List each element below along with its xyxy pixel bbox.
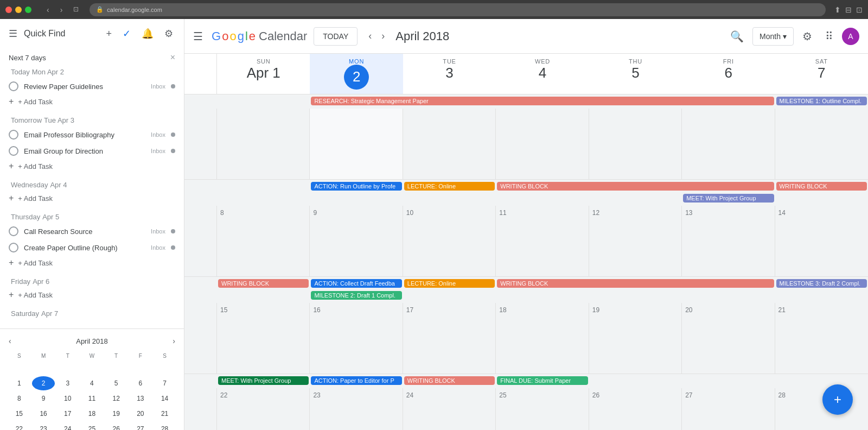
add-task-icon-btn[interactable]: + [104, 26, 114, 42]
done-icon-btn[interactable]: ✓ [120, 26, 133, 42]
event-lecture-online[interactable]: LECTURE: Online [404, 182, 495, 191]
mini-day-cell[interactable]: 24 [56, 422, 79, 430]
week1-thu-cell[interactable] [589, 109, 682, 179]
minimize-window-btn[interactable] [15, 7, 22, 13]
week2-fri-cell[interactable]: 13 [682, 206, 775, 276]
mini-day-cell[interactable]: 6 [129, 376, 152, 390]
mini-cal-next-btn[interactable]: › [170, 336, 177, 346]
mini-day-cell[interactable]: 14 [153, 391, 176, 406]
week3-thu-cell[interactable]: 19 [589, 303, 682, 374]
task-email-group[interactable]: Email Group for Direction Inbox [9, 143, 175, 159]
mini-day-cell[interactable]: 12 [105, 391, 128, 406]
mini-day-cell[interactable]: 28 [153, 422, 176, 430]
view-selector-btn[interactable]: Month ▾ [752, 27, 794, 46]
add-task-wednesday[interactable]: + + Add Task [9, 191, 175, 205]
today-button[interactable]: TODAY [314, 27, 358, 46]
mini-day-cell[interactable] [32, 361, 55, 375]
mini-day-cell[interactable]: 21 [153, 407, 176, 421]
week4-wed-cell[interactable]: 25 [496, 388, 589, 430]
week4-mon-cell[interactable]: 23 [310, 388, 403, 430]
week1-sat-cell[interactable] [775, 109, 868, 179]
week3-fri-cell[interactable]: 20 [682, 303, 775, 374]
event-action-outline[interactable]: ACTION: Run Outline by Profe [311, 182, 401, 191]
fullscreen-icon[interactable]: ⊡ [856, 5, 863, 14]
event-meet-project[interactable]: MEET: With Project Group [683, 194, 774, 203]
event-lecture-17[interactable]: LECTURE: Online [404, 279, 495, 288]
apps-grid-btn[interactable]: ⠿ [821, 26, 838, 47]
task-create-outline[interactable]: Create Paper Outline (Rough) Inbox [9, 239, 175, 256]
event-milestone1[interactable]: MILESTONE 1: Outline Compl. [776, 97, 867, 105]
task-checkbox[interactable] [9, 243, 18, 252]
mini-day-cell[interactable]: 27 [129, 422, 152, 430]
event-paper-editor[interactable]: ACTION: Paper to Editor for P [311, 376, 401, 385]
mini-day-cell[interactable]: 20 [129, 407, 152, 421]
week2-thu-cell[interactable]: 12 [589, 206, 682, 276]
mini-day-cell[interactable]: 1 [8, 376, 31, 390]
share-icon[interactable]: ⬆ [834, 5, 841, 14]
mini-day-cell[interactable]: 10 [56, 391, 79, 406]
week1-mon-cell[interactable] [310, 109, 403, 179]
week3-tue-cell[interactable]: 17 [403, 303, 496, 374]
week2-sun-cell[interactable]: 8 [217, 206, 310, 276]
close-next7days-btn[interactable]: × [170, 53, 175, 62]
mini-day-cell[interactable]: 22 [8, 422, 31, 430]
task-checkbox[interactable] [9, 146, 18, 156]
task-checkbox[interactable] [9, 81, 18, 91]
mini-day-cell[interactable] [153, 361, 176, 375]
mini-day-cell[interactable] [80, 361, 104, 375]
close-window-btn[interactable] [5, 7, 12, 13]
week4-tue-cell[interactable]: 24 [403, 388, 496, 430]
week2-tue-cell[interactable]: 10 [403, 206, 496, 276]
mini-day-cell[interactable]: 8 [8, 391, 31, 406]
back-btn[interactable]: ‹ [44, 4, 52, 15]
mini-day-cell[interactable]: 16 [32, 407, 55, 421]
minimize-icon[interactable]: ⊟ [845, 5, 852, 14]
week2-mon-cell[interactable]: 9 [310, 206, 403, 276]
week2-wed-cell[interactable]: 11 [496, 206, 589, 276]
event-writing-block[interactable]: WRITING BLOCK [497, 182, 774, 191]
mini-day-cell[interactable]: 15 [8, 407, 31, 421]
week3-mon-cell[interactable]: 16 [310, 303, 403, 374]
event-writing-24[interactable]: WRITING BLOCK [404, 376, 495, 385]
notifications-btn[interactable]: 🔔 [139, 26, 156, 42]
mini-day-cell[interactable]: 11 [80, 391, 104, 406]
settings-gear-btn[interactable]: ⚙ [798, 26, 816, 47]
add-task-today[interactable]: + + Add Task [9, 94, 175, 109]
task-email-professor[interactable]: Email Professor Bibliography Inbox [9, 127, 175, 143]
add-task-tomorrow[interactable]: + + Add Task [9, 159, 175, 173]
week3-sat-cell[interactable]: 21 [775, 303, 868, 374]
mini-day-cell[interactable] [8, 361, 31, 375]
mini-day-cell[interactable]: 26 [105, 422, 128, 430]
event-milestone3[interactable]: MILESTONE 3: Draft 2 Compl. [776, 279, 867, 288]
mini-day-cell[interactable]: 17 [56, 407, 79, 421]
week1-wed-cell[interactable] [496, 109, 589, 179]
mini-day-cell[interactable]: 7 [153, 376, 176, 390]
week4-sat-cell[interactable]: 28 [775, 388, 868, 430]
mini-day-cell[interactable]: 18 [80, 407, 104, 421]
week1-tue-cell[interactable] [403, 109, 496, 179]
create-event-fab[interactable]: + [822, 384, 853, 415]
add-task-thursday[interactable]: + + Add Task [9, 256, 175, 270]
event-final-due[interactable]: FINAL DUE: Submit Paper [497, 376, 588, 385]
week2-sat-cell[interactable]: 14 [775, 206, 868, 276]
week3-wed-cell[interactable]: 18 [496, 303, 589, 374]
event-research[interactable]: RESEARCH: Strategic Management Paper [311, 97, 774, 105]
week4-sun-cell[interactable]: 22 [217, 388, 310, 430]
hamburger-icon[interactable]: ☰ [9, 28, 17, 40]
event-writing-block-15[interactable]: WRITING BLOCK [218, 279, 309, 288]
mini-day-cell[interactable]: 9 [32, 391, 55, 406]
mini-day-cell[interactable]: 13 [129, 391, 152, 406]
mini-day-cell[interactable] [105, 361, 128, 375]
settings-btn[interactable]: ⚙ [162, 26, 175, 42]
mini-day-cell[interactable]: 5 [105, 376, 128, 390]
mini-cal-prev-btn[interactable]: ‹ [7, 336, 14, 346]
week1-fri-cell[interactable] [682, 109, 775, 179]
mini-day-cell[interactable]: 25 [80, 422, 104, 430]
maximize-window-btn[interactable] [25, 7, 31, 13]
mini-day-cell[interactable]: 4 [80, 376, 104, 390]
mini-day-cell-today[interactable]: 2 [32, 376, 55, 390]
mini-day-cell[interactable]: 19 [105, 407, 128, 421]
tab-expand-btn[interactable]: ⊡ [71, 4, 81, 15]
next-month-btn[interactable]: › [377, 28, 389, 44]
mini-day-cell[interactable] [56, 361, 79, 375]
